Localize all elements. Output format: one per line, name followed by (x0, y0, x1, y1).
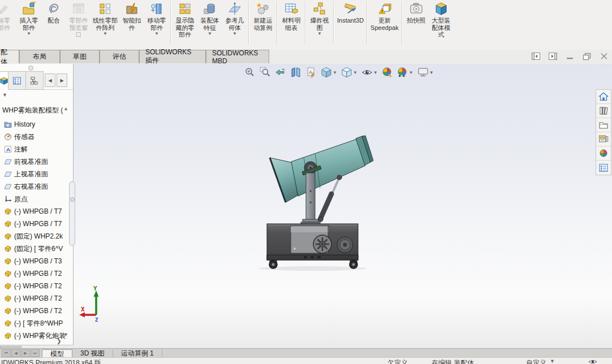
tab-sketch[interactable]: 草图 (60, 50, 100, 63)
task-pane-view-palette-button[interactable] (596, 132, 611, 146)
exploded-view-caret-icon[interactable]: ▼ (317, 32, 322, 36)
fog-cannon-model[interactable] (247, 123, 398, 274)
apply-scene-caret-icon[interactable]: ▼ (409, 70, 413, 75)
component-preview-window-button[interactable]: 零部件 预览窗 口 (66, 0, 91, 48)
restore-icon[interactable] (582, 52, 592, 60)
hide-annotations-icon[interactable]: A (304, 66, 318, 79)
assembly-features-caret-icon[interactable]: ▼ (208, 32, 212, 36)
new-motion-study-button[interactable]: 新建运 动算例 (251, 0, 275, 48)
tree-item-top-plane[interactable]: 上视基准面 (4, 168, 72, 180)
edit-appearance-icon[interactable] (381, 66, 394, 79)
display-style-caret-icon[interactable]: ▼ (353, 70, 357, 75)
panel-tab-scroll-right[interactable]: ▶ (57, 73, 67, 87)
section-view-icon[interactable] (289, 66, 303, 79)
instant3d-button[interactable]: Instant3D (335, 0, 365, 48)
collapse-panel-left-icon[interactable] (531, 52, 541, 60)
tree-item-component[interactable]: (-) WHP雾化炮装 (4, 330, 72, 341)
view-orientation-icon[interactable]: ▼ (320, 66, 338, 79)
panel-splitter[interactable] (69, 181, 75, 246)
move-component-caret-icon[interactable]: ▼ (154, 32, 159, 36)
apply-scene-icon[interactable]: ▼ (396, 66, 415, 79)
view-orientation-caret-icon[interactable]: ▼ (333, 70, 337, 75)
task-pane-custom-properties-button[interactable] (596, 161, 611, 175)
task-pane-appearances-button[interactable] (596, 146, 611, 161)
tree-item-component[interactable]: (-) WHPGB / T2 (4, 280, 72, 292)
view-settings-icon[interactable]: ▼ (416, 66, 435, 79)
close-icon[interactable] (599, 52, 609, 60)
tab-layout[interactable]: 布局 (19, 50, 60, 63)
tab-configuration-manager[interactable] (26, 71, 44, 90)
tree-item-component[interactable]: (-) [ 零件8^WHP (4, 318, 72, 329)
ribbon-separator (277, 2, 278, 45)
assembly-features-button[interactable]: 装配体 特征 ▼ (197, 0, 222, 48)
tab-solidworks-mbd[interactable]: SOLIDWORKS MBD (206, 50, 269, 63)
large-assembly-mode-button[interactable]: 大型装 配体模 式 (429, 0, 454, 48)
tab-feature-tree[interactable] (0, 71, 8, 90)
tree-root-item[interactable]: WHP雾炮装配模型 ( (2, 106, 69, 115)
tab-model[interactable]: 模型 (42, 349, 72, 358)
panel-tab-scroll-left[interactable]: ◀ (45, 73, 55, 87)
graphics-area[interactable]: A ▼ ▼ ▼ ▼ ▼ (0, 64, 612, 348)
reference-geometry-button[interactable]: 参考几 何体 ▼ (222, 0, 247, 48)
mate-button[interactable]: 配合 (41, 0, 66, 48)
tree-item-component[interactable]: (-) WHPGB / T3 (4, 255, 72, 267)
take-snapshot-button[interactable]: 拍快照 (404, 0, 429, 48)
task-pane-home-button[interactable] (596, 90, 611, 104)
panel-grip-icon[interactable] (28, 66, 33, 71)
exploded-view-button[interactable]: 爆炸视 图 ▼ (307, 0, 332, 48)
task-pane-design-library-button[interactable] (596, 104, 611, 118)
view-settings-caret-icon[interactable]: ▼ (429, 70, 434, 75)
smart-fasteners-button[interactable]: 智能扣 件 (119, 0, 144, 48)
tab-3d-views[interactable]: 3D 视图 (72, 349, 113, 358)
previous-view-icon[interactable] (274, 66, 287, 79)
tree-item-annotations[interactable]: 注解 (4, 144, 72, 155)
tree-scroll-down-icon[interactable]: ▼ (63, 332, 68, 337)
edit-component-button[interactable]: 辑零 部件 (0, 0, 16, 48)
tree-item-right-plane[interactable]: 右视基准面 (4, 181, 72, 192)
hide-show-items-icon[interactable]: ▼ (360, 66, 379, 79)
linear-component-pattern-caret-icon[interactable]: ▼ (103, 32, 107, 36)
tab-motion-study-1[interactable]: 运动算例 1 (113, 349, 162, 358)
minimize-icon[interactable] (565, 52, 575, 60)
tab-nav-next-icon[interactable]: ▶ (21, 349, 30, 357)
tab-solidworks-addins[interactable]: SOLIDWORKS 插件 (139, 50, 206, 63)
move-component-button[interactable]: 移动零 部件 ▼ (144, 0, 169, 48)
panel-splitter-grip-icon[interactable] (70, 197, 75, 202)
tree-item-history[interactable]: History (4, 119, 72, 130)
tree-item-sensors[interactable]: 传感器 (4, 131, 72, 142)
status-custom-caret-icon[interactable]: ▼ (550, 358, 555, 364)
tree-item-origin[interactable]: 原点 (4, 193, 72, 205)
tree-item-component[interactable]: (-) WHPGB / T2 (4, 305, 72, 317)
tab-nav-prev-icon[interactable]: ◀ (11, 349, 20, 357)
tree-expand-right-icon[interactable]: ❯ (57, 338, 61, 344)
zoom-to-fit-icon[interactable] (243, 66, 257, 79)
tree-item-component[interactable]: (-) WHPGB / T2 (4, 293, 72, 304)
tab-assembly[interactable]: 配体 (0, 50, 19, 63)
status-custom-dropdown[interactable]: 自定义 (526, 358, 546, 364)
tab-property-manager[interactable] (8, 71, 26, 90)
task-pane-file-explorer-button[interactable] (596, 118, 611, 132)
bill-of-materials-button[interactable]: 材料明 细表 (279, 0, 304, 48)
linear-component-pattern-button[interactable]: 线性零部 件阵列 ▼ (91, 0, 119, 48)
update-speedpak-button[interactable]: 更新 Speedpak (369, 0, 400, 48)
tree-item-front-plane[interactable]: 前视基准面 (4, 156, 72, 167)
tree-scroll-up-icon[interactable]: ▲ (63, 106, 68, 111)
tree-item-component[interactable]: (-) WHPGB / T7 (4, 218, 72, 229)
status-eye-icon[interactable] (588, 358, 597, 364)
reference-geometry-caret-icon[interactable]: ▼ (232, 32, 237, 36)
display-style-icon[interactable]: ▼ (340, 66, 359, 79)
tree-item-component[interactable]: (固定) [ 零件6^V (4, 243, 72, 254)
tree-filter-caret-icon[interactable]: ▼ (2, 92, 7, 98)
tree-item-component[interactable]: (-) WHPGB / T2 (4, 268, 72, 279)
insert-components-button[interactable]: 插入零 部件 ▼ (16, 0, 41, 48)
tab-nav-first-icon[interactable]: ⏮ (2, 349, 11, 357)
zoom-to-area-icon[interactable] (258, 66, 272, 79)
insert-components-caret-icon[interactable]: ▼ (27, 32, 31, 36)
tab-nav-last-icon[interactable]: ⏭ (31, 349, 40, 357)
expand-panel-right-icon[interactable] (548, 52, 558, 60)
tab-evaluate[interactable]: 评估 (100, 50, 139, 63)
hide-show-items-caret-icon[interactable]: ▼ (373, 70, 378, 75)
tree-item-component[interactable]: (-) WHPGB / T7 (4, 206, 72, 217)
tree-item-component[interactable]: (固定) WHP2.2k (4, 231, 72, 242)
show-hidden-components-button[interactable]: 显示隐 藏的零 部件 (173, 0, 197, 48)
